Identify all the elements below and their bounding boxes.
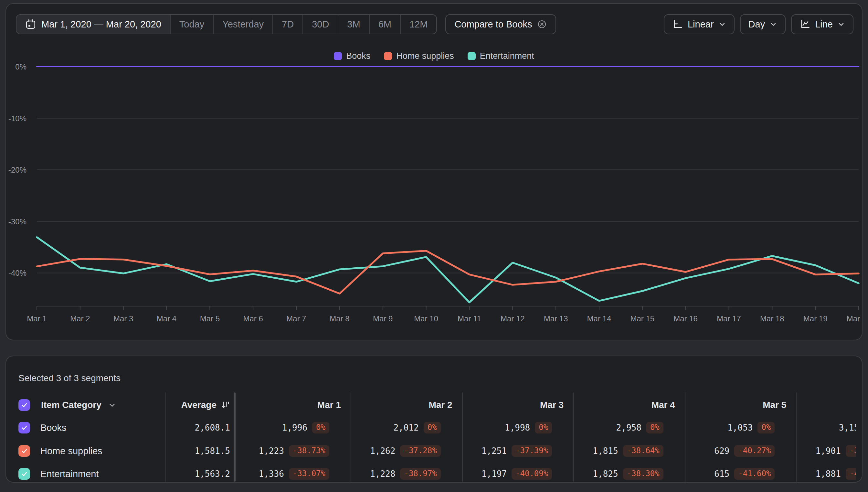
cell-value: 1,881	[816, 469, 841, 479]
x-axis-label: Mar 7	[286, 314, 306, 323]
comparison-line-chart[interactable]: 0%-10%-20%-30%-40%Mar 1Mar 2Mar 3Mar 4Ma…	[6, 4, 863, 340]
day-cell: 1,336-33.07%	[239, 466, 329, 481]
cell-value: 629	[714, 446, 730, 456]
x-axis-label: Mar 5	[200, 314, 220, 323]
percent-change-badge: 0%	[535, 422, 552, 434]
day-column-header: Mar 1	[239, 398, 341, 412]
percent-change-badge: -38.30%	[623, 468, 663, 480]
day-cell: 2,9580%	[573, 420, 663, 435]
x-axis-label: Mar 13	[544, 314, 568, 323]
x-axis-label: Mar 15	[630, 314, 655, 323]
percent-change-badge: -38.64%	[623, 445, 663, 457]
day-columns-area: Mar 11,9960%1,223-38.73%1,336-33.07%Mar …	[6, 356, 856, 482]
chart-panel: Mar 1, 2020 — Mar 20, 2020 TodayYesterda…	[5, 3, 863, 340]
day-column-header: Mar 2	[351, 398, 453, 412]
percent-change-badge: -40.09%	[512, 468, 552, 480]
percent-change-badge: 0%	[424, 422, 441, 434]
x-axis-label: Mar 18	[760, 314, 784, 323]
percent-change-badge: -37.28%	[400, 445, 440, 457]
day-cell: 1,9980%	[462, 420, 552, 435]
x-axis-label: Mar 1	[27, 314, 47, 323]
day-cell: 615-41.60%	[685, 466, 775, 481]
x-axis-label: Mar 19	[803, 314, 827, 323]
x-axis-label: Mar 3	[113, 314, 133, 323]
x-axis-label: Mar 17	[717, 314, 741, 323]
y-axis-label: -20%	[8, 166, 26, 174]
x-axis-label: Mar 11	[458, 314, 481, 323]
x-axis-label: Mar 8	[330, 314, 349, 323]
cell-value: 2,012	[393, 423, 418, 433]
day-cell: 1,228-38.97%	[351, 466, 441, 481]
percent-change-badge: 0%	[312, 422, 329, 434]
segments-panel: Selected 3 of 3 segments Item Category A…	[5, 355, 863, 483]
percent-change-badge: -39.65%	[846, 445, 856, 457]
day-column-header: Mar 5	[685, 398, 787, 412]
cell-value: 615	[714, 469, 730, 479]
x-axis-label: Mar 14	[587, 314, 611, 323]
y-axis-label: -40%	[8, 269, 26, 277]
cell-value: 1,223	[259, 446, 284, 456]
day-cell: 1,251-37.39%	[462, 444, 552, 459]
cell-value: 1,998	[505, 423, 530, 433]
percent-change-badge: 0%	[646, 422, 663, 434]
x-axis-label: Mar 10	[414, 314, 438, 323]
y-axis-label: -10%	[8, 114, 26, 123]
cell-value: 1,815	[593, 446, 618, 456]
series-line-entertainment[interactable]	[37, 237, 859, 302]
percent-change-badge: -38.73%	[289, 445, 329, 457]
day-cell: 1,0530%	[685, 420, 775, 435]
day-column-header: Mar 4	[573, 398, 675, 412]
day-cell: 1,262-37.28%	[351, 444, 441, 459]
day-cell: 3,1540%	[796, 420, 856, 435]
percent-change-badge: -37.39%	[512, 445, 552, 457]
cell-value: 1,251	[482, 446, 507, 456]
day-cell: 1,223-38.73%	[239, 444, 329, 459]
day-cell: 629-40.27%	[685, 444, 775, 459]
cell-value: 1,262	[370, 446, 395, 456]
percent-change-badge: -40.29%	[846, 468, 856, 480]
day-cell: 1,815-38.64%	[573, 444, 663, 459]
percent-change-badge: -33.07%	[289, 468, 329, 480]
x-axis-label: Mar 12	[501, 314, 525, 323]
day-cell: 1,197-40.09%	[462, 466, 552, 481]
percent-change-badge: -38.97%	[400, 468, 440, 480]
day-cell: 2,0120%	[351, 420, 441, 435]
x-axis-label: Mar 2	[70, 314, 90, 323]
cell-value: 1,901	[816, 446, 841, 456]
percent-change-badge: -40.27%	[734, 445, 774, 457]
day-cell: 1,901-39.65%	[796, 444, 856, 459]
x-axis-label: Mar 9	[373, 314, 393, 323]
percent-change-badge: -41.60%	[734, 468, 774, 480]
analytics-dashboard: Mar 1, 2020 — Mar 20, 2020 TodayYesterda…	[0, 0, 868, 492]
cell-value: 1,228	[370, 469, 395, 479]
cell-value: 2,958	[616, 423, 641, 433]
x-axis-label: Mar 6	[243, 314, 263, 323]
day-cell: 1,9960%	[239, 420, 329, 435]
day-column-header: Mar 3	[462, 398, 564, 412]
cell-value: 1,197	[482, 469, 507, 479]
cell-value: 1,053	[727, 423, 752, 433]
day-column-header	[796, 398, 856, 412]
x-axis-label: Mar 16	[673, 314, 698, 323]
y-axis-label: -30%	[8, 217, 26, 226]
day-cell: 1,881-40.29%	[796, 466, 856, 481]
percent-change-badge: 0%	[758, 422, 774, 434]
cell-value: 1,996	[282, 423, 307, 433]
x-axis-label: Mar 4	[157, 314, 176, 323]
x-axis-label: Mar 20	[847, 314, 863, 323]
cell-value: 1,825	[593, 469, 618, 479]
cell-value: 1,336	[259, 469, 284, 479]
y-axis-label: 0%	[15, 63, 26, 71]
series-line-home-supplies[interactable]	[37, 251, 859, 294]
day-cell: 1,825-38.30%	[573, 466, 663, 481]
cell-value: 3,154	[839, 423, 856, 433]
